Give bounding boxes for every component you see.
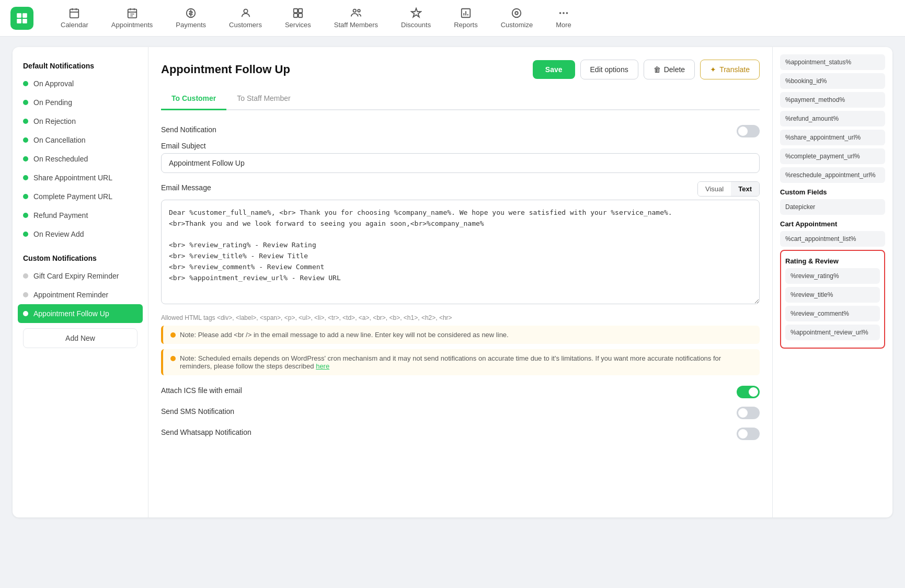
sidebar-item-appointment-reminder[interactable]: Appointment Reminder [13,285,148,304]
svg-point-15 [244,9,247,13]
sidebar-item-refund-payment[interactable]: Refund Payment [13,206,148,225]
send-sms-row: Send SMS Notification [161,402,760,423]
tabs: To Customer To Staff Member [161,90,760,110]
dot-icon [23,194,28,199]
nav-item-more[interactable]: More [544,2,583,34]
top-navigation: Calendar Appointments Payments Customers… [0,0,905,37]
right-panel: %appointment_status% %booking_id% %payme… [772,47,892,517]
rp-tag-booking-id[interactable]: %booking_id% [780,73,885,89]
send-notification-toggle[interactable] [737,125,760,137]
svg-rect-1 [22,13,27,18]
sidebar-item-complete-payment-url[interactable]: Complete Payment URL [13,187,148,206]
svg-rect-2 [17,19,21,24]
toggle-slider-sms [737,407,760,419]
rp-tag-appointment-status[interactable]: %appointment_status% [780,54,885,70]
rp-tag-reschedule-appointment-url[interactable]: %reschedule_appointment_url% [780,167,885,183]
rp-tag-appointment-review-url[interactable]: %appointment_review_url% [785,325,880,340]
text-button[interactable]: Text [731,182,759,196]
nav-label-discounts: Discounts [401,21,431,29]
tab-to-staff-member[interactable]: To Staff Member [226,90,301,110]
sidebar-item-on-approval[interactable]: On Approval [13,74,148,93]
dot-icon [23,156,28,162]
add-new-button[interactable]: Add New [23,328,138,348]
email-message-label: Email Message [161,183,211,192]
dot-icon [23,137,28,143]
rp-tag-review-rating[interactable]: %review_rating% [785,268,880,284]
svg-rect-18 [294,14,297,17]
nav-label-customers: Customers [229,21,262,29]
rp-tag-review-title[interactable]: %review_title% [785,287,880,303]
rp-tag-datepicker[interactable]: Datepicker [780,199,885,215]
email-message-textarea[interactable]: Dear %customer_full_name%, <br> Thank yo… [161,200,760,304]
visual-button[interactable]: Visual [698,182,731,196]
main-container: Default Notifications On Approval On Pen… [0,37,905,528]
dot-icon [23,81,28,86]
rp-tag-cart-appointment-list[interactable]: %cart_appointment_list% [780,231,885,247]
custom-notifications-title: Custom Notifications [13,250,148,267]
svg-point-21 [358,9,360,12]
sidebar-item-share-appointment-url[interactable]: Share Appointment URL [13,168,148,187]
svg-point-28 [559,12,562,14]
nav-item-calendar[interactable]: Calendar [49,2,100,34]
sidebar-label: On Pending [33,98,72,107]
note-dot-icon [170,332,176,338]
sidebar-item-gift-card[interactable]: Gift Card Expiry Reminder [13,267,148,285]
svg-rect-19 [299,14,302,17]
here-link[interactable]: here [316,362,329,370]
nav-item-staff-members[interactable]: Staff Members [323,2,390,34]
rp-tag-refund-amount[interactable]: %refund_amount% [780,111,885,126]
send-whatsapp-label: Send Whatsapp Notification [161,428,251,436]
nav-items: Calendar Appointments Payments Customers… [49,2,583,34]
sidebar-item-on-rejection[interactable]: On Rejection [13,112,148,131]
toggle-slider-ics [737,386,760,398]
sidebar-item-appointment-follow-up[interactable]: Appointment Follow Up [18,304,143,323]
translate-label: Translate [719,65,750,74]
translate-button[interactable]: ✦ Translate [700,60,760,79]
nav-label-calendar: Calendar [61,21,88,29]
sidebar-item-on-rescheduled[interactable]: On Rescheduled [13,149,148,168]
svg-rect-4 [70,9,79,18]
svg-point-29 [563,12,565,14]
svg-rect-0 [17,13,21,18]
sidebar-label: On Rejection [33,117,76,125]
nav-label-staff: Staff Members [334,21,378,29]
svg-rect-8 [128,9,136,18]
sidebar-label: On Approval [33,79,74,88]
delete-button[interactable]: 🗑 Delete [644,60,695,79]
app-logo[interactable] [10,7,33,30]
sidebar-item-on-cancellation[interactable]: On Cancellation [13,131,148,149]
save-button[interactable]: Save [533,60,575,79]
sidebar: Default Notifications On Approval On Pen… [13,47,148,517]
sidebar-label: Appointment Follow Up [33,309,109,318]
email-subject-label: Email Subject [161,142,760,150]
sidebar-label: Gift Card Expiry Reminder [33,272,119,280]
allowed-tags-note: Allowed HTML tags <div>, <label>, <span>… [161,314,760,321]
attach-ics-label: Attach ICS file with email [161,386,242,395]
send-sms-toggle[interactable] [737,407,760,419]
tab-to-customer[interactable]: To Customer [161,90,226,110]
nav-item-reports[interactable]: Reports [442,2,489,34]
nav-item-appointments[interactable]: Appointments [100,2,165,34]
sidebar-item-on-pending[interactable]: On Pending [13,93,148,112]
rp-tag-review-comment[interactable]: %review_comment% [785,306,880,321]
svg-rect-3 [22,19,27,24]
send-whatsapp-toggle[interactable] [737,428,760,440]
nav-item-customers[interactable]: Customers [217,2,273,34]
nav-item-customize[interactable]: Customize [489,2,544,34]
rp-tag-complete-payment-url[interactable]: %complete_payment_url% [780,148,885,164]
note-dot-icon-2 [170,356,176,361]
nav-item-services[interactable]: Services [273,2,323,34]
sidebar-item-on-review-add[interactable]: On Review Add [13,225,148,244]
attach-ics-toggle[interactable] [737,386,760,398]
nav-item-payments[interactable]: Payments [164,2,217,34]
nav-item-discounts[interactable]: Discounts [390,2,442,34]
main-card: Default Notifications On Approval On Pen… [13,47,892,517]
email-subject-input[interactable] [161,153,760,173]
rp-tag-payment-method[interactable]: %payment_method% [780,92,885,108]
rp-tag-share-appointment-url[interactable]: %share_appointment_url% [780,130,885,145]
email-message-row: Email Message Visual Text Dear %customer… [161,181,760,306]
email-message-header: Email Message Visual Text [161,181,760,197]
edit-options-button[interactable]: Edit options [580,60,638,79]
sidebar-label: On Cancellation [33,136,86,144]
toggle-slider-whatsapp [737,428,760,440]
